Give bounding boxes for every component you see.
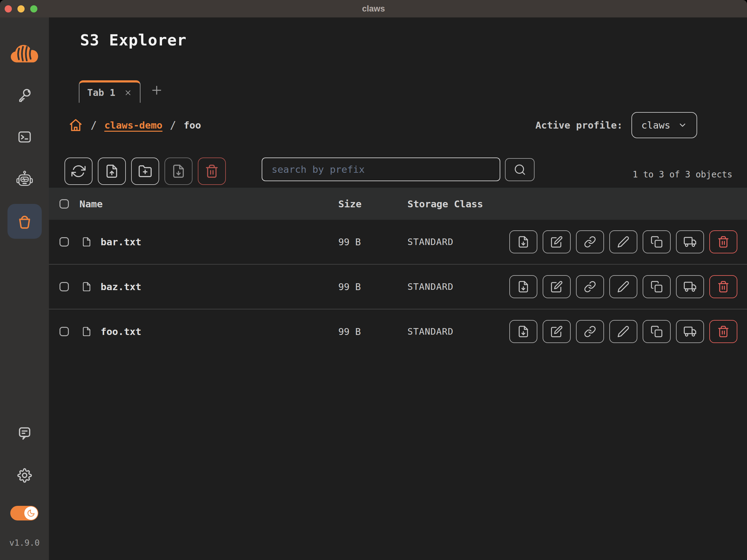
object-size: 99 B bbox=[338, 237, 361, 247]
robot-icon bbox=[16, 170, 34, 188]
object-storage-class: STANDARD bbox=[408, 282, 454, 292]
object-name[interactable]: bar.txt bbox=[101, 236, 141, 247]
sidebar-item-settings[interactable] bbox=[17, 468, 32, 483]
toolbar-upload-file-button[interactable] bbox=[98, 158, 126, 185]
search-button[interactable] bbox=[505, 158, 535, 181]
pencil-icon bbox=[617, 281, 629, 293]
row-action-rename-button[interactable] bbox=[609, 320, 637, 343]
column-header-size[interactable]: Size bbox=[338, 198, 362, 210]
minimize-window-button[interactable] bbox=[18, 5, 25, 12]
row-action-edit-button[interactable] bbox=[543, 275, 571, 298]
row-action-move-button[interactable] bbox=[676, 230, 704, 254]
row-action-rename-button[interactable] bbox=[609, 230, 637, 254]
version-label: v1.9.0 bbox=[0, 538, 49, 548]
row-actions bbox=[509, 275, 737, 298]
row-actions bbox=[509, 230, 737, 254]
add-tab-button[interactable] bbox=[149, 82, 165, 98]
object-list: bar.txt 99 B STANDARD baz.txt 99 B ST bbox=[49, 220, 747, 354]
window-titlebar: claws bbox=[0, 0, 747, 18]
row-action-move-button[interactable] bbox=[676, 320, 704, 343]
breadcrumb-current-prefix: foo bbox=[183, 119, 201, 131]
sidebar-item-buckets[interactable] bbox=[7, 204, 42, 239]
row-checkbox[interactable] bbox=[59, 327, 69, 336]
traffic-lights bbox=[5, 0, 37, 18]
row-action-copy-link-button[interactable] bbox=[576, 320, 604, 343]
file-icon bbox=[82, 237, 92, 247]
truck-icon bbox=[684, 325, 696, 338]
object-count: 1 to 3 of 3 objects bbox=[633, 169, 732, 180]
file-download-icon bbox=[517, 236, 530, 248]
tab-1[interactable]: Tab 1 bbox=[79, 80, 140, 103]
table-row: foo.txt 99 B STANDARD bbox=[49, 309, 747, 354]
edit-icon bbox=[550, 236, 563, 248]
row-action-move-button[interactable] bbox=[676, 275, 704, 298]
trash-icon bbox=[205, 164, 219, 178]
active-profile-group: Active profile: claws bbox=[536, 112, 697, 138]
row-action-edit-button[interactable] bbox=[543, 230, 571, 254]
row-action-copy-button[interactable] bbox=[643, 275, 671, 298]
toolbar-download-file-button[interactable] bbox=[164, 158, 192, 185]
bucket-icon bbox=[16, 213, 33, 230]
theme-toggle[interactable] bbox=[10, 506, 38, 521]
row-action-copy-button[interactable] bbox=[643, 320, 671, 343]
toolbar bbox=[65, 158, 226, 185]
breadcrumb-bucket-link[interactable]: claws-demo bbox=[104, 119, 163, 131]
pencil-icon bbox=[617, 325, 629, 338]
search-icon bbox=[514, 163, 526, 176]
row-action-delete-button[interactable] bbox=[709, 230, 737, 254]
close-window-button[interactable] bbox=[5, 5, 12, 12]
object-name[interactable]: foo.txt bbox=[101, 326, 141, 337]
select-all-checkbox[interactable] bbox=[59, 199, 69, 209]
app-window: claws v1.9.0 S3 Explorer bbox=[0, 0, 747, 560]
sidebar-item-terminal[interactable] bbox=[17, 130, 32, 144]
page-title: S3 Explorer bbox=[80, 31, 187, 49]
row-action-copy-button[interactable] bbox=[643, 230, 671, 254]
home-icon[interactable] bbox=[68, 118, 83, 133]
object-storage-class: STANDARD bbox=[408, 326, 454, 337]
theme-toggle-knob bbox=[24, 506, 38, 520]
sidebar-item-feedback[interactable] bbox=[17, 425, 33, 442]
copy-icon bbox=[650, 281, 663, 293]
object-size: 99 B bbox=[338, 326, 361, 337]
object-name[interactable]: baz.txt bbox=[101, 281, 141, 292]
row-checkbox[interactable] bbox=[59, 237, 69, 246]
zoom-window-button[interactable] bbox=[30, 5, 37, 12]
column-header-name[interactable]: Name bbox=[79, 198, 103, 210]
file-download-icon bbox=[171, 164, 186, 178]
folder-plus-icon bbox=[138, 164, 152, 178]
profile-select[interactable]: claws bbox=[632, 112, 697, 138]
pencil-icon bbox=[617, 236, 629, 248]
row-action-copy-link-button[interactable] bbox=[576, 230, 604, 254]
sidebar-item-access-keys[interactable] bbox=[17, 87, 32, 102]
close-tab-icon[interactable] bbox=[124, 89, 132, 97]
refresh-icon bbox=[71, 164, 86, 178]
column-header-storage-class[interactable]: Storage Class bbox=[408, 198, 483, 210]
search-input[interactable] bbox=[262, 158, 500, 181]
link-icon bbox=[584, 325, 596, 338]
row-action-copy-link-button[interactable] bbox=[576, 275, 604, 298]
main-content: S3 Explorer Tab 1 / claws-demo / foo Act… bbox=[49, 18, 747, 560]
row-action-download-button[interactable] bbox=[509, 230, 537, 254]
row-checkbox[interactable] bbox=[59, 282, 69, 291]
sidebar: v1.9.0 bbox=[0, 18, 49, 560]
row-action-download-button[interactable] bbox=[509, 275, 537, 298]
app-body: v1.9.0 S3 Explorer Tab 1 / claws-demo / … bbox=[0, 18, 747, 560]
row-action-download-button[interactable] bbox=[509, 320, 537, 343]
breadcrumb-separator: / bbox=[170, 119, 176, 131]
row-action-edit-button[interactable] bbox=[543, 320, 571, 343]
profile-selected-value: claws bbox=[641, 119, 670, 131]
sidebar-item-assistant[interactable] bbox=[16, 170, 34, 188]
trash-icon bbox=[717, 236, 729, 248]
row-action-delete-button[interactable] bbox=[709, 275, 737, 298]
breadcrumb-separator: / bbox=[91, 119, 97, 131]
row-action-delete-button[interactable] bbox=[709, 320, 737, 343]
object-storage-class: STANDARD bbox=[408, 237, 454, 247]
row-action-rename-button[interactable] bbox=[609, 275, 637, 298]
trash-icon bbox=[717, 325, 729, 338]
toolbar-create-folder-button[interactable] bbox=[131, 158, 159, 185]
terminal-icon bbox=[17, 130, 32, 144]
link-icon bbox=[584, 281, 596, 293]
toolbar-delete-selected-button[interactable] bbox=[198, 158, 226, 185]
toolbar-refresh-button[interactable] bbox=[65, 158, 93, 185]
truck-icon bbox=[684, 236, 696, 248]
